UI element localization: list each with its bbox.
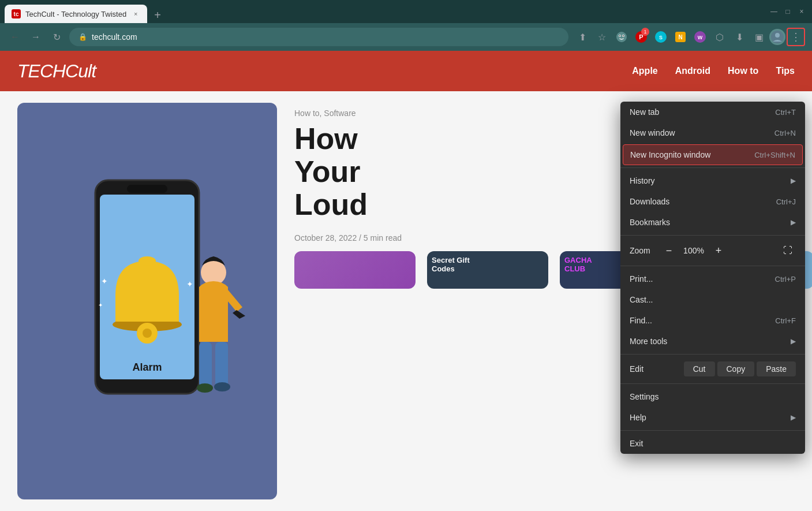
sidebar-toggle-icon[interactable]: ▣ (750, 28, 768, 46)
zoom-fullscreen-button[interactable]: ⛶ (780, 243, 796, 259)
downloads-shortcut: Ctrl+J (776, 197, 796, 206)
address-text: techcult.com (92, 32, 137, 42)
bottom-card-2[interactable]: Secret GiftCodes (427, 251, 548, 289)
bookmarks-label: Bookmarks (630, 218, 786, 227)
menu-item-bookmarks[interactable]: Bookmarks ▶ (620, 212, 805, 233)
menu-item-downloads[interactable]: Downloads Ctrl+J (620, 191, 805, 212)
divider-4 (620, 354, 805, 355)
close-button[interactable]: × (796, 6, 807, 17)
find-label: Find... (630, 316, 770, 325)
edit-label: Edit (630, 364, 643, 374)
svg-text:✦: ✦ (186, 279, 193, 289)
window-controls: — □ × (768, 6, 807, 17)
menu-button[interactable]: ⋮ (787, 28, 805, 46)
site-header: TECHCult Apple Android How to Tips (0, 51, 812, 91)
svg-point-21 (139, 256, 156, 266)
new-window-label: New window (630, 128, 770, 137)
copy-button[interactable]: Copy (717, 361, 755, 376)
nav-android[interactable]: Android (675, 66, 710, 76)
paste-button[interactable]: Paste (757, 361, 796, 376)
help-label: Help (630, 413, 786, 422)
back-button[interactable]: ← (7, 29, 23, 45)
menu-item-history[interactable]: History ▶ (620, 170, 805, 191)
menu-item-help[interactable]: Help ▶ (620, 407, 805, 428)
menu-item-more-tools[interactable]: More tools ▶ (620, 331, 805, 352)
bottom-card-1[interactable] (294, 251, 416, 289)
minimize-button[interactable]: — (768, 6, 780, 17)
new-tab-shortcut: Ctrl+T (775, 108, 796, 117)
svg-text:N: N (678, 34, 682, 40)
more-tools-arrow: ▶ (791, 337, 796, 345)
svg-text:✦: ✦ (101, 277, 108, 286)
article-image-card: ✦ ✦ ✦ Alarm (17, 103, 277, 499)
svg-text:Alarm: Alarm (132, 361, 162, 373)
alarm-illustration: ✦ ✦ ✦ Alarm (32, 163, 263, 440)
menu-item-exit[interactable]: Exit (620, 433, 805, 454)
article-date: October 28, 2022 (294, 233, 357, 243)
zoom-plus-button[interactable]: + (710, 243, 727, 259)
svg-rect-17 (127, 185, 167, 193)
website-content: TECHCult Apple Android How to Tips (0, 51, 812, 511)
svg-point-14 (775, 33, 780, 38)
divider-6 (620, 430, 805, 431)
tab-area: tc TechCult - Technology Twisted × + (5, 0, 766, 23)
print-shortcut: Ctrl+P (775, 275, 796, 284)
edit-row: Edit Cut Copy Paste (620, 357, 805, 381)
refresh-button[interactable]: ↻ (48, 29, 65, 45)
menu-item-find[interactable]: Find... Ctrl+F (620, 310, 805, 331)
svg-rect-27 (199, 342, 212, 388)
menu-item-print[interactable]: Print... Ctrl+P (620, 268, 805, 289)
browser-frame: tc TechCult - Technology Twisted × + — □… (0, 0, 812, 511)
downloads-label: Downloads (630, 197, 772, 206)
puzzle-icon[interactable]: ⬡ (710, 28, 729, 46)
history-label: History (630, 176, 786, 185)
menu-item-new-window[interactable]: New window Ctrl+N (620, 122, 805, 143)
lock-icon: 🔒 (78, 33, 87, 41)
history-arrow: ▶ (791, 177, 796, 185)
share-icon[interactable]: ⬆ (573, 28, 592, 46)
active-tab[interactable]: tc TechCult - Technology Twisted × (5, 5, 147, 23)
svg-point-0 (616, 32, 627, 42)
new-tab-button[interactable]: + (149, 7, 166, 23)
bookmarks-arrow: ▶ (791, 218, 796, 226)
nav-howto[interactable]: How to (728, 66, 758, 76)
svg-text:S: S (659, 35, 663, 40)
zoom-minus-button[interactable]: − (661, 243, 677, 259)
incognito-label: New Incognito window (630, 150, 750, 159)
maximize-button[interactable]: □ (782, 6, 794, 17)
download-icon[interactable]: ⬇ (730, 28, 749, 46)
tab-favicon: tc (12, 9, 21, 18)
site-nav: Apple Android How to Tips (632, 66, 795, 76)
menu-item-settings[interactable]: Settings (620, 386, 805, 407)
address-bar: ← → ↻ 🔒 techcult.com ⬆ ☆ (0, 23, 812, 51)
cut-button[interactable]: Cut (684, 361, 715, 376)
divider-5 (620, 383, 805, 384)
divider-2 (620, 235, 805, 236)
surfshark-icon[interactable]: S (652, 28, 670, 46)
site-logo: TECHCult (17, 61, 96, 82)
menu-item-incognito[interactable]: New Incognito window Ctrl+Shift+N (623, 144, 803, 165)
extensions-icon[interactable] (612, 28, 631, 46)
find-shortcut: Ctrl+F (775, 316, 796, 325)
tab-close-button[interactable]: × (131, 9, 140, 18)
nav-tips[interactable]: Tips (776, 66, 795, 76)
toolbar-icons: ⬆ ☆ P 1 (573, 28, 805, 46)
new-window-shortcut: Ctrl+N (774, 129, 796, 137)
yellow-ext-icon[interactable]: N (671, 28, 690, 46)
address-input[interactable]: 🔒 techcult.com (69, 28, 568, 46)
dropdown-menu: New tab Ctrl+T New window Ctrl+N New Inc… (620, 102, 805, 454)
bookmark-icon[interactable]: ☆ (593, 28, 611, 46)
help-arrow: ▶ (791, 413, 796, 422)
profile-icon[interactable] (769, 29, 785, 45)
purple-ext-icon[interactable]: W (691, 28, 709, 46)
menu-item-cast[interactable]: Cast... (620, 289, 805, 310)
nav-apple[interactable]: Apple (632, 66, 657, 76)
forward-button[interactable]: → (28, 29, 44, 45)
zoom-row: Zoom − 100% + ⛶ (620, 238, 805, 263)
settings-label: Settings (630, 392, 796, 401)
notification-icon[interactable]: P 1 (632, 28, 650, 46)
article-read-time: 5 min read (364, 233, 402, 243)
exit-label: Exit (630, 439, 796, 448)
menu-item-new-tab[interactable]: New tab Ctrl+T (620, 102, 805, 122)
print-label: Print... (630, 274, 770, 284)
